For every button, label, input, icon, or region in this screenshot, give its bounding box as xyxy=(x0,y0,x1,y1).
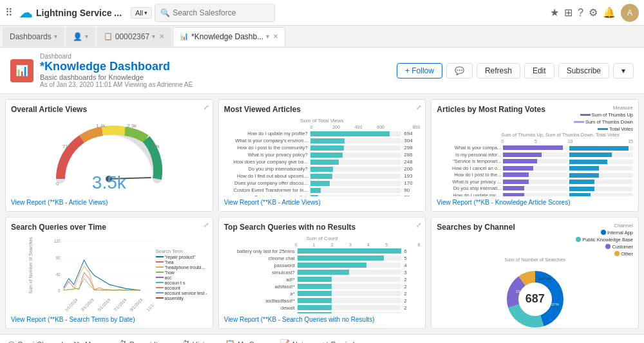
tab-order-chevron[interactable]: ▾ xyxy=(152,33,155,40)
edit-button[interactable]: Edit xyxy=(524,63,554,79)
hbar-track xyxy=(503,186,567,190)
search-input[interactable] xyxy=(173,8,269,17)
no-results-bar-row: password 4 xyxy=(224,263,421,268)
legend-acc: acc xyxy=(156,275,207,280)
tab-dashboards[interactable]: Dashboards ▾ xyxy=(3,27,64,46)
card-search-over-time: Search Queries over Time ⤢ Sum of Number… xyxy=(5,217,213,329)
bar-label: What is your privacy policy? xyxy=(224,152,308,158)
most-viewed-report-link[interactable]: View Report (**KB - Article Views) xyxy=(224,196,421,206)
search-x-ticks: 1/1/2019 3/1/2019 5/1/2019 7/1/2019 9/1/… xyxy=(51,309,153,313)
bottom-nav-omni[interactable]: ◎ Omni-Channel xyxy=(8,339,63,343)
bar-value: 193 xyxy=(404,173,420,179)
most-viewed-bar-row: Does your company offer discou... 170 xyxy=(224,180,421,186)
card-searches-channel: Searches by Channel Channel Internal App… xyxy=(431,217,639,329)
rewind-icon: ↩ xyxy=(321,339,328,343)
legend-total-votes: Total Votes xyxy=(598,126,633,132)
all-dropdown[interactable]: All ▾ xyxy=(131,7,152,19)
tab-order[interactable]: 📋 00002367 ▾ ✕ xyxy=(97,27,171,46)
bar-fill xyxy=(310,131,390,136)
expand-icon-top-search[interactable]: ⤢ xyxy=(416,221,421,228)
no-results-bar-label: battery only last for 25mins xyxy=(224,248,295,254)
search-bar[interactable]: 🔍 xyxy=(155,4,275,22)
omni-icon: ◎ xyxy=(8,339,15,343)
hbar-track2 xyxy=(569,166,633,171)
hbar-track2 xyxy=(569,160,633,164)
dashboard-icon: 📊 xyxy=(10,59,33,82)
expand-icon-most-viewed[interactable]: ⤢ xyxy=(416,104,421,111)
history-icon: ⏱ xyxy=(182,339,190,343)
bar-track xyxy=(310,188,402,193)
dashboard-info: Dashboard *Knowledge Dashboard Basic das… xyxy=(40,53,193,88)
bottom-nav-notes[interactable]: 📝 Notes xyxy=(279,339,311,343)
no-results-bar-label: simulcast? xyxy=(224,270,295,275)
legend-accountsvc: account service test - xyxy=(156,291,207,295)
no-results-bar-value: 3 xyxy=(404,270,420,275)
hbar-track xyxy=(503,180,567,184)
rating-legend: Measure Sum of Thumbs Up Sum of Thumbs D… xyxy=(574,105,633,132)
hbar-label: What is your compa... xyxy=(437,145,501,151)
gear-icon[interactable]: ⚙ xyxy=(589,6,598,19)
legend-thumbs-up: Sum of Thumbs Up xyxy=(580,112,633,118)
tab-dashboards-chevron[interactable]: ▾ xyxy=(54,33,57,40)
legend-headphone: "headphone troubl... xyxy=(156,265,207,270)
bar-label: How do I find out about upcomi... xyxy=(224,173,308,179)
bottom-nav-rewind[interactable]: ↩ Rewind xyxy=(321,339,355,343)
card-article-views: Overall Article Views ⤢ 0 710 1.4k 2.3k xyxy=(5,99,213,212)
bar-label: How do I update my profile? xyxy=(224,131,308,136)
tab-dashboards-label: Dashboards xyxy=(10,32,52,41)
question-icon[interactable]: ? xyxy=(578,7,583,19)
expand-icon-search-over-time[interactable]: ⤢ xyxy=(204,221,209,228)
tab-knowledge-close[interactable]: ✕ xyxy=(273,33,278,40)
apps-grid-icon[interactable]: ⠿ xyxy=(5,6,13,19)
rating-bar-row: How do I cancel an o... xyxy=(437,165,633,171)
no-results-bar-track xyxy=(298,291,402,296)
no-results-bar-track xyxy=(298,298,402,303)
bottom-nav-recent[interactable]: ⏱ Recent Items xyxy=(118,339,171,343)
bell-icon[interactable]: 🔔 xyxy=(603,6,616,19)
grid-icon[interactable]: ⊞ xyxy=(564,6,573,19)
comment-button[interactable]: 💬 xyxy=(446,63,473,79)
search-icon: 🔍 xyxy=(160,8,170,17)
legend-accs: accoun t s xyxy=(156,281,207,285)
bar-value: 170 xyxy=(404,180,420,186)
follow-button[interactable]: + Follow xyxy=(397,63,442,79)
hbar-label: "Service is temporari... xyxy=(437,158,501,164)
article-views-report-link[interactable]: View Report (**KB - Article Views) xyxy=(11,196,207,206)
search-over-time-report-link[interactable]: View Report (**KB - Search Terms by Date… xyxy=(11,313,207,323)
hbar-label: Do you ship internati... xyxy=(437,185,501,191)
bar-value: 298 xyxy=(404,145,420,151)
no-results-bar-fill xyxy=(298,284,332,289)
search-yaxis: Sum of Number of Searches xyxy=(11,236,51,314)
subscribe-button[interactable]: Subscribe xyxy=(558,63,609,79)
more-button[interactable]: ▾ xyxy=(613,63,634,79)
articles-rating-report-link[interactable]: View Report (**KB - Knowledge Article Sc… xyxy=(437,196,633,206)
tab-icon-chevron[interactable]: ▾ xyxy=(85,33,88,40)
star-icon[interactable]: ★ xyxy=(550,6,559,19)
no-results-bar-fill xyxy=(298,305,332,310)
donut-area: 15.33% 33.77% 8.37% 687 xyxy=(437,264,633,329)
tabs-bar: Dashboards ▾ 👤 ▾ 📋 00002367 ▾ ✕ 📊 *Knowl… xyxy=(0,26,644,48)
hbar-label: Is my personal infor... xyxy=(437,152,501,158)
card-articles-rating: Articles by Most Rating Votes Measure Su… xyxy=(431,99,639,212)
bar-label: Does your company offer discou... xyxy=(224,180,308,186)
rating-bar-row: "Service is temporari... xyxy=(437,158,633,164)
tab-knowledge-chevron[interactable]: ▾ xyxy=(266,33,269,40)
legend-how: "how xyxy=(156,270,207,275)
tab-knowledge[interactable]: 📊 *Knowledge Dashb... ▾ ✕ xyxy=(173,27,285,46)
bottom-nav-macros[interactable]: ≫ Macros xyxy=(73,339,108,343)
tab-order-close[interactable]: ✕ xyxy=(159,33,164,40)
most-viewed-bar-row: How do I find out about upcomi... 193 xyxy=(224,173,421,179)
search-over-time-content: Sum of Number of Searches 120 80 40 0 xyxy=(11,236,207,314)
no-results-bar-value: 4 xyxy=(404,263,420,268)
tab-icon[interactable]: 👤 ▾ xyxy=(66,27,95,46)
expand-icon-article-views[interactable]: ⤢ xyxy=(204,104,209,111)
dashboard-title-area: 📊 Dashboard *Knowledge Dashboard Basic d… xyxy=(10,53,193,88)
top-search-report-link[interactable]: View Report (**KB - Search Queries with … xyxy=(224,313,421,323)
bottom-nav-cases[interactable]: 📋 My Cases xyxy=(225,339,269,343)
bottom-nav-history[interactable]: ⏱ History xyxy=(182,339,214,343)
avatar[interactable]: A xyxy=(621,4,639,22)
dashboard-title: *Knowledge Dashboard xyxy=(40,60,193,73)
svg-text:8.37%: 8.37% xyxy=(548,302,560,306)
no-results-bar-track xyxy=(298,270,402,275)
refresh-button[interactable]: Refresh xyxy=(477,63,520,79)
